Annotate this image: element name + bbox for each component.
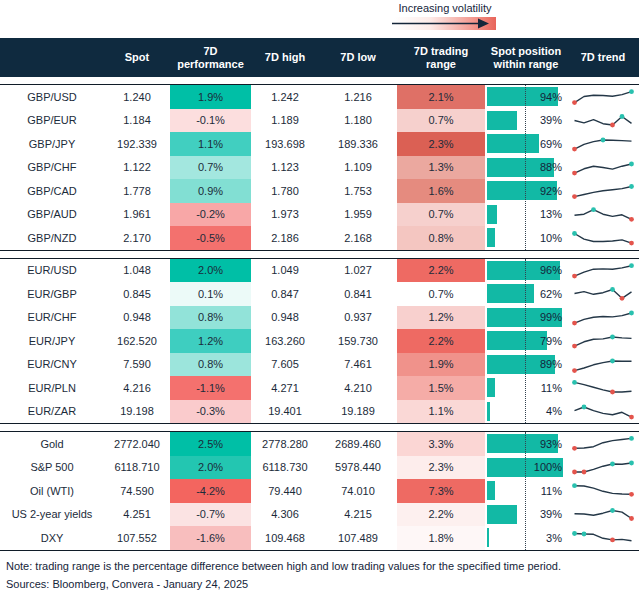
- position-label: 93%: [540, 438, 562, 450]
- high-value: 163.260: [251, 329, 319, 353]
- high-value: 0.948: [251, 306, 319, 330]
- trading-range-cell: 2.1%: [397, 85, 485, 109]
- performance-cell: 0.7%: [170, 156, 251, 180]
- column-header-spot: Spot: [104, 38, 170, 77]
- asset-label: US 2-year yields: [0, 503, 104, 527]
- performance-cell: 2.0%: [170, 259, 251, 283]
- column-header-7d-high: 7D high: [251, 38, 319, 77]
- asset-label: GBP/CHF: [0, 156, 104, 180]
- position-label: 92%: [540, 185, 562, 197]
- header-rule: [0, 77, 639, 85]
- spot-value: 192.339: [104, 132, 170, 156]
- table-body: GBP/USD 1.240 1.9% 1.242 1.216 2.1% 94% …: [0, 85, 639, 550]
- trend-sparkline: [567, 85, 639, 109]
- asset-label: GBP/CAD: [0, 179, 104, 203]
- table-row: US 2-year yields 4.251 -0.7% 4.306 4.215…: [0, 503, 639, 527]
- trading-range-cell: 0.7%: [397, 203, 485, 227]
- position-label: 39%: [540, 508, 562, 520]
- spot-value: 2772.040: [104, 432, 170, 456]
- spot-value: 1.184: [104, 109, 170, 133]
- trading-range-cell: 1.2%: [397, 306, 485, 330]
- performance-cell: 0.8%: [170, 353, 251, 377]
- position-bar: [487, 505, 517, 524]
- trend-sparkline: [567, 203, 639, 227]
- table-row: GBP/AUD 1.961 -0.2% 1.973 1.959 0.7% 13%: [0, 203, 639, 227]
- trading-range-cell: 1.8%: [397, 526, 485, 550]
- performance-cell: 1.1%: [170, 132, 251, 156]
- position-bar-cell: 79%: [485, 329, 567, 353]
- asset-label: Oil (WTI): [0, 479, 104, 503]
- position-label: 39%: [540, 114, 562, 126]
- trading-range-cell: 2.3%: [397, 132, 485, 156]
- spot-value: 0.845: [104, 282, 170, 306]
- low-value: 2.168: [319, 226, 397, 250]
- spot-value: 2.170: [104, 226, 170, 250]
- asset-label: EUR/GBP: [0, 282, 104, 306]
- low-value: 4.210: [319, 376, 397, 400]
- right-arrow-icon: [390, 17, 492, 30]
- position-label: 89%: [540, 358, 562, 370]
- trend-sparkline: [567, 179, 639, 203]
- position-bar: [487, 378, 495, 397]
- performance-cell: -0.5%: [170, 226, 251, 250]
- spot-value: 6118.710: [104, 456, 170, 480]
- table-section: Gold 2772.040 2.5% 2778.280 2689.460 3.3…: [0, 432, 639, 550]
- trading-range-cell: 0.7%: [397, 282, 485, 306]
- performance-cell: -1.1%: [170, 376, 251, 400]
- position-label: 79%: [540, 335, 562, 347]
- spot-value: 1.048: [104, 259, 170, 283]
- trend-sparkline: [567, 503, 639, 527]
- asset-label: GBP/AUD: [0, 203, 104, 227]
- table-row: GBP/JPY 192.339 1.1% 193.698 189.336 2.3…: [0, 132, 639, 156]
- table-row: EUR/GBP 0.845 0.1% 0.847 0.841 0.7% 62%: [0, 282, 639, 306]
- section-separator: [0, 250, 639, 259]
- spot-value: 1.961: [104, 203, 170, 227]
- table-row: EUR/USD 1.048 2.0% 1.049 1.027 2.2% 96%: [0, 259, 639, 283]
- high-value: 2778.280: [251, 432, 319, 456]
- trend-sparkline: [567, 353, 639, 377]
- trading-range-cell: 7.3%: [397, 479, 485, 503]
- position-bar: [487, 134, 539, 153]
- low-value: 1.753: [319, 179, 397, 203]
- low-value: 19.189: [319, 400, 397, 424]
- high-value: 0.847: [251, 282, 319, 306]
- high-value: 1.189: [251, 109, 319, 133]
- position-bar: [487, 111, 517, 130]
- asset-label: DXY: [0, 526, 104, 550]
- asset-label: EUR/JPY: [0, 329, 104, 353]
- spot-value: 4.216: [104, 376, 170, 400]
- high-value: 109.468: [251, 526, 319, 550]
- high-value: 79.440: [251, 479, 319, 503]
- low-value: 1.109: [319, 156, 397, 180]
- low-value: 1.180: [319, 109, 397, 133]
- trend-sparkline: [567, 432, 639, 456]
- asset-label: EUR/CNY: [0, 353, 104, 377]
- table-bottom-rule: [0, 550, 639, 551]
- high-value: 4.306: [251, 503, 319, 527]
- performance-cell: 0.8%: [170, 306, 251, 330]
- position-bar: [487, 528, 489, 547]
- high-value: 1.123: [251, 156, 319, 180]
- position-label: 11%: [541, 382, 562, 394]
- asset-label: GBP/NZD: [0, 226, 104, 250]
- asset-label: GBP/JPY: [0, 132, 104, 156]
- volatility-legend-label: Increasing volatility: [394, 2, 496, 14]
- position-bar: [487, 331, 547, 350]
- trading-range-cell: 2.2%: [397, 259, 485, 283]
- position-label: 100%: [534, 461, 562, 473]
- column-header-7d-trend: 7D trend: [567, 38, 639, 77]
- table-row: EUR/ZAR 19.198 -0.3% 19.401 19.189 1.1% …: [0, 400, 639, 424]
- trading-range-cell: 1.5%: [397, 376, 485, 400]
- range-midpoint-line: [525, 432, 526, 550]
- table-note: Note: trading range is the percentage di…: [6, 560, 561, 572]
- trend-sparkline: [567, 132, 639, 156]
- position-bar-cell: 99%: [485, 306, 567, 330]
- high-value: 6118.730: [251, 456, 319, 480]
- table-row: Gold 2772.040 2.5% 2778.280 2689.460 3.3…: [0, 432, 639, 456]
- column-header-7d-performance: 7D performance: [170, 38, 251, 77]
- trading-range-cell: 1.6%: [397, 179, 485, 203]
- high-value: 19.401: [251, 400, 319, 424]
- position-bar-cell: 39%: [485, 503, 567, 527]
- position-bar: [487, 228, 495, 247]
- low-value: 1.959: [319, 203, 397, 227]
